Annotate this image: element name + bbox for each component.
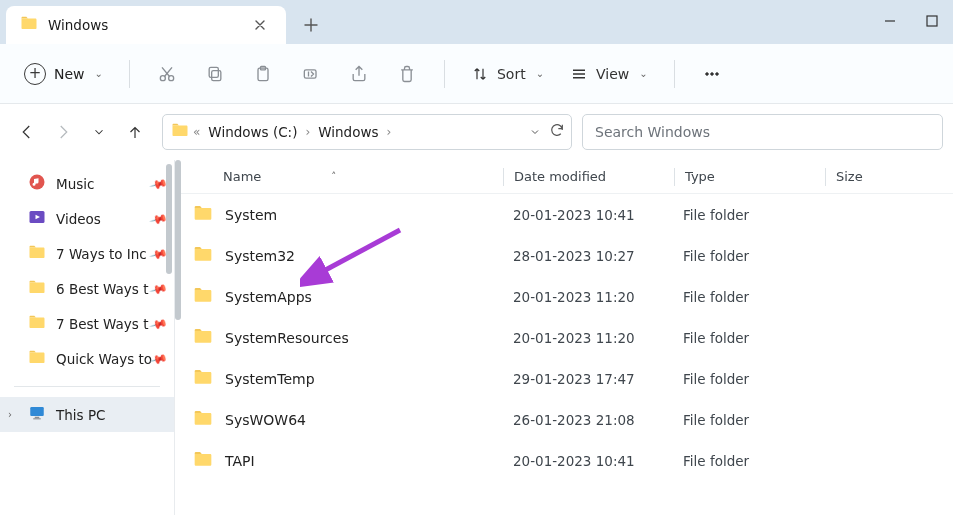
file-name: SysWOW64: [225, 412, 306, 428]
minimize-button[interactable]: [883, 13, 897, 32]
sidebar-item[interactable]: Quick Ways to📌: [0, 341, 174, 376]
file-row[interactable]: System20-01-2023 10:41File folder: [175, 194, 953, 235]
address-bar[interactable]: « Windows (C:) › Windows ›: [162, 114, 572, 150]
file-name: SystemTemp: [225, 371, 315, 387]
svg-rect-4: [209, 67, 218, 77]
breadcrumb-root[interactable]: Windows (C:): [204, 120, 301, 144]
file-row[interactable]: TAPI20-01-2023 10:41File folder: [175, 440, 953, 481]
folder-icon: [28, 278, 46, 299]
paste-button[interactable]: [242, 54, 284, 94]
file-name: SystemApps: [225, 289, 312, 305]
delete-button[interactable]: [386, 54, 428, 94]
pin-icon: 📌: [149, 279, 169, 299]
sort-button[interactable]: Sort ⌄: [461, 59, 554, 89]
tab-windows[interactable]: Windows: [6, 6, 286, 44]
sidebar-item-label: Videos: [56, 211, 101, 227]
forward-button[interactable]: [46, 115, 80, 149]
back-button[interactable]: [10, 115, 44, 149]
file-name: System32: [225, 248, 295, 264]
file-type: File folder: [673, 412, 823, 428]
divider: [14, 386, 160, 387]
folder-icon: [193, 244, 213, 267]
view-label: View: [596, 66, 629, 82]
cut-button[interactable]: [146, 54, 188, 94]
sort-indicator-icon: ˄: [331, 171, 336, 182]
svg-rect-14: [35, 417, 40, 419]
divider: [444, 60, 445, 88]
svg-point-9: [710, 72, 713, 75]
address-dropdown[interactable]: [529, 123, 541, 142]
monitor-icon: [28, 404, 46, 425]
recent-button[interactable]: [82, 115, 116, 149]
file-row[interactable]: SystemTemp29-01-2023 17:47File folder: [175, 358, 953, 399]
file-date: 28-01-2023 10:27: [503, 248, 673, 264]
file-date: 29-01-2023 17:47: [503, 371, 673, 387]
folder-icon: [28, 243, 46, 264]
svg-point-10: [715, 72, 718, 75]
search-input[interactable]: [595, 124, 930, 140]
tab-bar: Windows: [0, 0, 953, 44]
plus-icon: +: [24, 63, 46, 85]
folder-icon: [193, 408, 213, 431]
file-row[interactable]: System3228-01-2023 10:27File folder: [175, 235, 953, 276]
sidebar-item[interactable]: Music📌: [0, 166, 174, 201]
view-button[interactable]: View ⌄: [560, 59, 658, 89]
sidebar-item-label: 7 Ways to Inc: [56, 246, 147, 262]
sidebar-item[interactable]: Videos📌: [0, 201, 174, 236]
file-row[interactable]: SysWOW6426-01-2023 21:08File folder: [175, 399, 953, 440]
breadcrumb-overflow: «: [193, 125, 200, 139]
file-row[interactable]: SystemApps20-01-2023 11:20File folder: [175, 276, 953, 317]
up-button[interactable]: [118, 115, 152, 149]
copy-button[interactable]: [194, 54, 236, 94]
folder-icon: [20, 14, 38, 36]
new-button[interactable]: + New ⌄: [14, 57, 113, 91]
file-type: File folder: [673, 330, 823, 346]
divider: [129, 60, 130, 88]
column-type[interactable]: Type: [675, 169, 825, 184]
sort-label: Sort: [497, 66, 526, 82]
file-date: 20-01-2023 10:41: [503, 453, 673, 469]
column-name[interactable]: Name ˄: [193, 169, 503, 184]
sidebar-item-label: Music: [56, 176, 94, 192]
refresh-button[interactable]: [549, 122, 565, 142]
rename-button[interactable]: [290, 54, 332, 94]
sidebar-item-label: This PC: [56, 407, 105, 423]
file-date: 20-01-2023 11:20: [503, 330, 673, 346]
divider: [674, 60, 675, 88]
maximize-button[interactable]: [925, 13, 939, 32]
folder-icon: [28, 348, 46, 369]
toolbar: + New ⌄ Sort ⌄ View ⌄: [0, 44, 953, 104]
share-button[interactable]: [338, 54, 380, 94]
column-size[interactable]: Size: [826, 169, 953, 184]
file-type: File folder: [673, 371, 823, 387]
new-button-label: New: [54, 66, 85, 82]
column-date[interactable]: Date modified: [504, 169, 674, 184]
chevron-down-icon: ⌄: [95, 68, 103, 79]
svg-rect-15: [33, 418, 41, 419]
folder-icon: [193, 367, 213, 390]
sidebar-this-pc[interactable]: › This PC: [0, 397, 174, 432]
file-date: 20-01-2023 10:41: [503, 207, 673, 223]
more-button[interactable]: [691, 54, 733, 94]
file-list: Name ˄ Date modified Type Size System20-…: [175, 160, 953, 515]
sidebar-item[interactable]: 7 Ways to Inc📌: [0, 236, 174, 271]
file-name: TAPI: [225, 453, 255, 469]
file-row[interactable]: SystemResources20-01-2023 11:20File fold…: [175, 317, 953, 358]
sidebar-item[interactable]: 7 Best Ways t📌: [0, 306, 174, 341]
sidebar-item-label: Quick Ways to: [56, 351, 152, 367]
new-tab-button[interactable]: [294, 8, 328, 42]
svg-rect-13: [30, 407, 44, 416]
chevron-right-icon: ›: [305, 125, 310, 139]
close-tab-button[interactable]: [248, 13, 272, 37]
sidebar-item[interactable]: 6 Best Ways t📌: [0, 271, 174, 306]
sidebar-item-label: 6 Best Ways t: [56, 281, 148, 297]
folder-icon: [193, 449, 213, 472]
folder-icon: [193, 285, 213, 308]
folder-icon: [193, 203, 213, 226]
pin-icon: 📌: [149, 314, 169, 334]
sidebar-scrollbar[interactable]: [166, 164, 172, 274]
list-scrollbar[interactable]: [175, 160, 181, 320]
search-box[interactable]: [582, 114, 943, 150]
navigation-row: « Windows (C:) › Windows ›: [0, 104, 953, 160]
breadcrumb-current[interactable]: Windows: [314, 120, 382, 144]
